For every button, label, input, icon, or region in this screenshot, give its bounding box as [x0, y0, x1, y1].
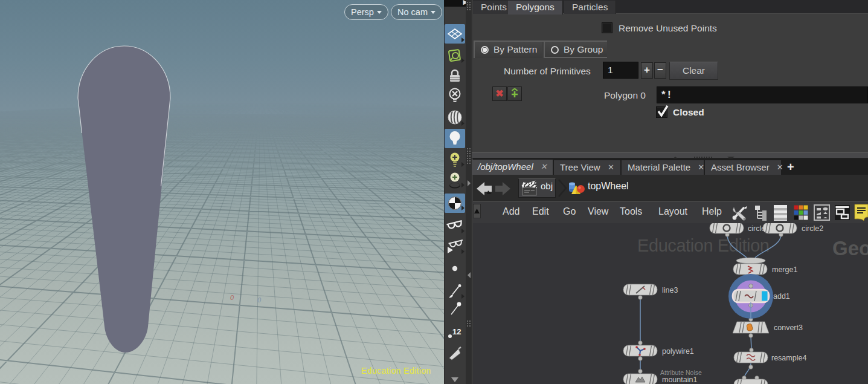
- svg-text:12: 12: [452, 327, 461, 336]
- svg-text:circle2: circle2: [802, 224, 823, 233]
- svg-text:convert3: convert3: [774, 324, 803, 332]
- svg-text:Geo: Geo: [832, 237, 868, 259]
- svg-text:resample4: resample4: [771, 354, 806, 362]
- svg-text:add1: add1: [773, 292, 790, 301]
- svg-text:mountain1: mountain1: [662, 376, 697, 384]
- svg-text:Education Edition: Education Edition: [637, 236, 770, 255]
- svg-text:line3: line3: [662, 286, 678, 295]
- svg-text:merge1: merge1: [772, 265, 797, 274]
- svg-text:polywire1: polywire1: [662, 347, 694, 356]
